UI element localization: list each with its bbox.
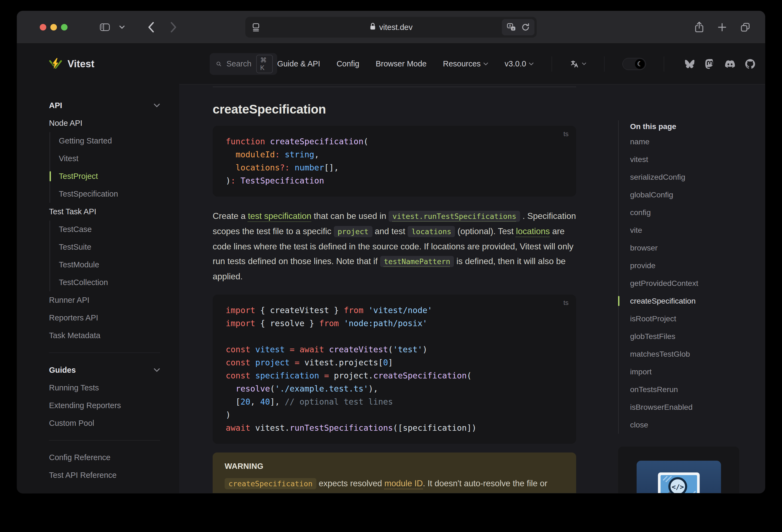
chevron-down-icon — [529, 62, 534, 66]
chevron-down-icon — [483, 62, 488, 66]
search-shortcut: ⌘ K — [256, 55, 273, 73]
toc-item-ontestsrerun[interactable]: onTestsRerun — [630, 381, 736, 398]
toc-item-globalconfig[interactable]: globalConfig — [630, 186, 736, 204]
code-line: const specification = project.createSpec… — [226, 369, 563, 382]
sidebar-toggle-icon[interactable] — [100, 23, 110, 32]
sidebar-item-testspecification[interactable]: TestSpecification — [59, 185, 160, 203]
chevron-down-icon — [582, 62, 586, 65]
main-content: createSpecification ts function createSp… — [179, 84, 765, 493]
code-line: const vitest = await createVitest('test'… — [226, 343, 563, 356]
sidebar-section-guides[interactable]: Guides — [49, 361, 160, 379]
inline-code-link[interactable]: locations — [407, 226, 455, 237]
code-block-example: ts import { createVitest } from 'vitest/… — [213, 294, 576, 444]
sidebar-item-testcase[interactable]: TestCase — [59, 220, 160, 238]
inline-code-link[interactable]: testNamePattern — [380, 256, 454, 267]
sidebar-item-task-metadata[interactable]: Task Metadata — [49, 327, 160, 345]
sidebar-item-config-reference[interactable]: Config Reference — [49, 449, 160, 466]
nav-link-version[interactable]: v3.0.0 — [504, 59, 534, 68]
sidebar-item-vitest[interactable]: Vitest — [59, 150, 160, 168]
toc-item-isbrowserenabled[interactable]: isBrowserEnabled — [630, 398, 736, 416]
github-icon[interactable] — [745, 59, 755, 69]
moon-icon: ☾ — [635, 59, 645, 69]
sidebar-item-running-tests[interactable]: Running Tests — [49, 379, 160, 397]
browser-toolbar: vitest.dev Ax — [17, 11, 765, 43]
toc-item-matchestestglob[interactable]: matchesTestGlob — [630, 345, 736, 363]
reload-icon[interactable] — [522, 23, 530, 32]
bluesky-icon[interactable] — [685, 59, 695, 69]
theme-toggle[interactable]: ☾ — [623, 58, 646, 70]
code-line: resolve('./example.test.ts'), — [226, 382, 563, 395]
toc-title: On this page — [630, 120, 736, 133]
divider — [552, 56, 552, 72]
toc-item-isrootproject[interactable]: isRootProject — [630, 310, 736, 327]
tab-overview-icon[interactable] — [740, 22, 750, 32]
mastodon-icon[interactable] — [705, 59, 715, 69]
share-icon[interactable] — [694, 21, 704, 33]
translations-button[interactable] — [570, 60, 586, 68]
nav-link-guide-api[interactable]: Guide & API — [277, 59, 320, 68]
sponsor-card[interactable]: </> — [618, 447, 739, 493]
on-this-page: On this page namevitestserializedConfigg… — [618, 120, 736, 434]
forward-button[interactable] — [170, 22, 177, 33]
warning-text: createSpecification expects resolved mod… — [225, 476, 564, 493]
sidebar-item-runner-api[interactable]: Runner API — [49, 291, 160, 309]
text: (optional). Test — [455, 226, 516, 236]
svg-text:</>: </> — [671, 483, 684, 491]
sidebar-item-testmodule[interactable]: TestModule — [59, 256, 160, 274]
code-line — [226, 330, 563, 343]
close-window-button[interactable] — [40, 24, 46, 31]
new-tab-icon[interactable] — [717, 22, 727, 32]
minimize-window-button[interactable] — [50, 24, 57, 31]
inline-code-link[interactable]: vitest.runTestSpecifications — [389, 211, 520, 222]
sidebar-item-test-api-reference[interactable]: Test API Reference — [49, 466, 160, 484]
toc-item-getprovidedcontext[interactable]: getProvidedContext — [630, 275, 736, 292]
search-button[interactable]: Search ⌘ K — [210, 53, 277, 75]
sidebar-divider — [49, 440, 160, 440]
vitest-logo-icon — [49, 58, 62, 71]
browser-window: vitest.dev Ax — [17, 11, 765, 493]
toc-item-createspecification[interactable]: createSpecification — [630, 292, 736, 310]
page-format-icon[interactable] — [251, 23, 260, 32]
code-line: import { resolve } from 'node:path/posix… — [226, 317, 563, 330]
sidebar-item-node-api[interactable]: Node API — [49, 114, 160, 132]
toc-item-vitest[interactable]: vitest — [630, 150, 736, 168]
toc-item-browser[interactable]: browser — [630, 239, 736, 257]
discord-icon[interactable] — [725, 59, 735, 69]
sidebar-item-custom-pool[interactable]: Custom Pool — [49, 414, 160, 432]
back-button[interactable] — [148, 22, 155, 33]
sidebar-item-reporters-api[interactable]: Reporters API — [49, 309, 160, 327]
sidebar-item-test-task-api[interactable]: Test Task API — [49, 203, 160, 220]
nav-link-browser-mode[interactable]: Browser Mode — [376, 59, 427, 68]
toc-item-globtestfiles[interactable]: globTestFiles — [630, 327, 736, 345]
vitest-logo[interactable]: Vitest — [17, 43, 179, 84]
inline-code-link[interactable]: project — [334, 226, 372, 237]
sidebar-item-testcollection[interactable]: TestCollection — [59, 274, 160, 291]
warning-title: WARNING — [225, 462, 564, 471]
sidebar-item-testproject[interactable]: TestProject — [59, 168, 160, 185]
sidebar-item-extending-reporters[interactable]: Extending Reporters — [49, 397, 160, 414]
toc-item-name[interactable]: name — [630, 133, 736, 150]
sidebar-section-api[interactable]: API — [49, 96, 160, 114]
code-line: locations?: number[], — [226, 161, 563, 174]
doc-link[interactable]: locations — [516, 226, 550, 236]
code-line: ) — [226, 409, 563, 422]
window-controls — [40, 24, 68, 31]
zoom-window-button[interactable] — [61, 24, 68, 31]
nav-link-config[interactable]: Config — [336, 59, 359, 68]
chevron-down-icon — [153, 368, 160, 372]
doc-link[interactable]: test specification — [248, 211, 312, 221]
toc-item-vite[interactable]: vite — [630, 221, 736, 239]
toc-item-provide[interactable]: provide — [630, 257, 736, 275]
toc-item-config[interactable]: config — [630, 204, 736, 221]
chevron-down-icon[interactable] — [119, 25, 125, 29]
nav-link-resources[interactable]: Resources — [443, 59, 489, 68]
sidebar-item-testsuite[interactable]: TestSuite — [59, 238, 160, 256]
sidebar-item-getting-started[interactable]: Getting Started — [59, 132, 160, 150]
toc-item-close[interactable]: close — [630, 416, 736, 434]
toc-item-serializedconfig[interactable]: serializedConfig — [630, 168, 736, 186]
url-field[interactable]: vitest.dev Ax — [245, 17, 537, 38]
toc-item-import[interactable]: import — [630, 363, 736, 381]
doc-link[interactable]: module ID — [385, 478, 423, 488]
lock-icon — [369, 22, 376, 32]
translate-icon[interactable]: Ax — [507, 23, 516, 32]
